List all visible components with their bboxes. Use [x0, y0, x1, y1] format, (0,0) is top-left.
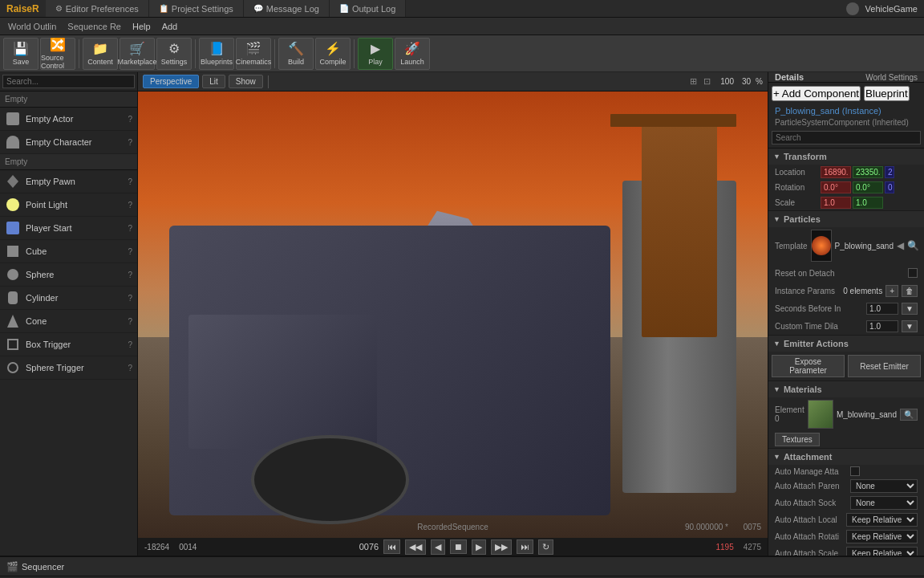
sequence-recorder-btn[interactable]: Sequence Re [63, 22, 126, 31]
attachment-header[interactable]: ▼ Attachment [768, 449, 924, 465]
list-item-point-light[interactable]: Point Light ? [0, 193, 137, 217]
list-item-empty-pawn[interactable]: Empty Pawn ? [0, 170, 137, 193]
scale-x-input[interactable] [821, 197, 851, 209]
list-item-cube[interactable]: Cube ? [0, 240, 137, 263]
template-prev-btn[interactable]: ◀ [897, 240, 904, 251]
list-item-empty-actor[interactable]: Empty Actor ? [0, 108, 137, 131]
viewport-scale-icon[interactable]: ⊡ [703, 76, 711, 87]
list-item-box-trigger[interactable]: Box Trigger ? [0, 333, 137, 356]
actor-search-input[interactable] [2, 75, 135, 88]
viewport-frame-num: 0014 [179, 543, 197, 552]
auto-attach-local-select[interactable]: Keep Relative [846, 513, 918, 527]
emitter-actions-header[interactable]: ▼ Emitter Actions [768, 336, 924, 352]
location-z-btn[interactable]: 2 [885, 166, 894, 178]
list-item-cone[interactable]: Cone ? [0, 310, 137, 333]
sphere-icon [5, 267, 21, 283]
location-y-input[interactable] [853, 166, 883, 178]
materials-header[interactable]: ▼ Materials [768, 381, 924, 397]
blueprint-button[interactable]: Blueprint [864, 86, 910, 101]
question-icon: ? [128, 138, 132, 147]
list-item-sphere-trigger[interactable]: Sphere Trigger ? [0, 356, 137, 380]
auto-attach-local-row: Auto Attach Local Keep Relative [768, 511, 924, 528]
menu-help[interactable]: Help [128, 22, 156, 31]
viewport-canvas[interactable]: RecordedSequence 90.000000 * 0075 [138, 92, 768, 538]
expose-parameter-btn[interactable]: Expose Parameter [772, 355, 845, 377]
auto-attach-parent-select[interactable]: None [850, 479, 918, 493]
sphere-trigger-icon [5, 360, 21, 376]
auto-attach-rotati-select[interactable]: Keep Relative [846, 530, 918, 543]
tab-project-settings[interactable]: 📋 Project Settings [149, 0, 244, 17]
blueprints-button[interactable]: 📘 Blueprints [199, 38, 234, 70]
rotation-y-input[interactable] [853, 181, 883, 193]
add-param-btn[interactable]: + [886, 285, 898, 297]
save-button[interactable]: 💾 Save [3, 38, 38, 70]
details-search-input[interactable] [772, 131, 921, 144]
show-btn[interactable]: Show [229, 75, 263, 88]
user-avatar[interactable] [846, 2, 859, 15]
tab-message-log[interactable]: 💬 Message Log [244, 0, 330, 17]
tab-output-log[interactable]: 📄 Output Log [330, 0, 406, 17]
play-step-back-btn[interactable]: ◀ [431, 539, 445, 555]
play-stop-btn[interactable]: ⏹ [450, 539, 467, 554]
textures-button[interactable]: Textures [775, 433, 820, 446]
content-button[interactable]: 📁 Content [83, 38, 118, 70]
list-item-cylinder[interactable]: Cylinder ? [0, 287, 137, 310]
menu-add[interactable]: Add [157, 22, 183, 31]
seconds-before-expand-btn[interactable]: ▼ [902, 303, 918, 315]
player-icon [5, 220, 21, 236]
cinematics-button[interactable]: 🎬 Cinematics [236, 38, 271, 70]
add-component-button[interactable]: + Add Component [772, 86, 861, 101]
rotation-x-input[interactable] [821, 181, 851, 193]
custom-time-expand-btn[interactable]: ▼ [902, 320, 918, 332]
reset-detach-checkbox[interactable] [908, 268, 918, 278]
build-button[interactable]: 🔨 Build [278, 38, 314, 70]
auto-attach-scale-select[interactable]: Keep Relative [846, 547, 918, 556]
seconds-before-input[interactable] [866, 303, 898, 315]
auto-attach-scale-row: Auto Attach Scale Keep Relative [768, 545, 924, 556]
vt-sep-1 [268, 75, 269, 88]
auto-manage-checkbox[interactable] [850, 466, 860, 476]
perspective-btn[interactable]: Perspective [143, 75, 199, 88]
auto-attach-socket-select[interactable]: None [850, 496, 918, 510]
world-outliner-btn[interactable]: World Outlin [3, 22, 61, 31]
loop-btn[interactable]: ↻ [538, 539, 553, 555]
play-button[interactable]: ▶ Play [358, 38, 393, 70]
particles-header[interactable]: ▼ Particles [768, 211, 924, 227]
list-item-empty-character[interactable]: Empty Character ? [0, 131, 137, 154]
question-icon: ? [128, 177, 132, 186]
menu-bar: World Outlin Sequence Re Help Add [0, 18, 924, 35]
playback-controls: 0076 ⏮ ◀◀ ◀ ⏹ ▶ ▶▶ ⏭ ↻ [206, 539, 706, 555]
actor-icon [5, 111, 21, 127]
remove-param-btn[interactable]: 🗑 [902, 285, 918, 297]
transform-header[interactable]: ▼ Transform [768, 149, 924, 165]
play-backward-btn[interactable]: ◀◀ [405, 539, 426, 555]
play-fast-forward-btn[interactable]: ▶▶ [491, 539, 512, 555]
location-x-input[interactable] [821, 166, 851, 178]
tower-shape [642, 114, 717, 337]
marketplace-button[interactable]: 🛒 Marketplace [120, 38, 155, 70]
lit-btn[interactable]: Lit [202, 75, 225, 88]
custom-time-input[interactable] [866, 320, 898, 332]
list-item-player-start[interactable]: Player Start ? [0, 217, 137, 240]
scale-y-input[interactable] [853, 197, 883, 209]
play-icon: ▶ [371, 41, 380, 56]
settings-button[interactable]: ⚙ Settings [156, 38, 192, 70]
reset-emitter-btn[interactable]: Reset Emitter [848, 355, 921, 377]
list-item-sphere[interactable]: Sphere ? [0, 263, 137, 287]
material-search-btn[interactable]: 🔍 [900, 409, 918, 421]
material-thumbnail[interactable] [808, 400, 833, 429]
play-to-end-btn[interactable]: ⏭ [517, 539, 533, 554]
emitter-actions-section: ▼ Emitter Actions Expose Parameter Reset… [768, 336, 924, 381]
viewport-grid-icon[interactable]: ⊞ [690, 76, 697, 87]
marketplace-icon: 🛒 [129, 41, 145, 56]
play-back-to-start-btn[interactable]: ⏮ [383, 539, 400, 554]
cylinder-icon [5, 290, 21, 306]
toolbar-separator-2 [195, 39, 196, 68]
play-forward-btn[interactable]: ▶ [472, 539, 486, 555]
compile-button[interactable]: ⚡ Compile [315, 38, 351, 70]
launch-button[interactable]: 🚀 Launch [395, 38, 430, 70]
scale-row: Scale [768, 195, 924, 210]
template-search-btn[interactable]: 🔍 [907, 240, 919, 251]
source-control-button[interactable]: 🔀 Source Control [40, 38, 75, 70]
tab-editor-preferences[interactable]: ⚙ Editor Preferences [46, 0, 149, 17]
